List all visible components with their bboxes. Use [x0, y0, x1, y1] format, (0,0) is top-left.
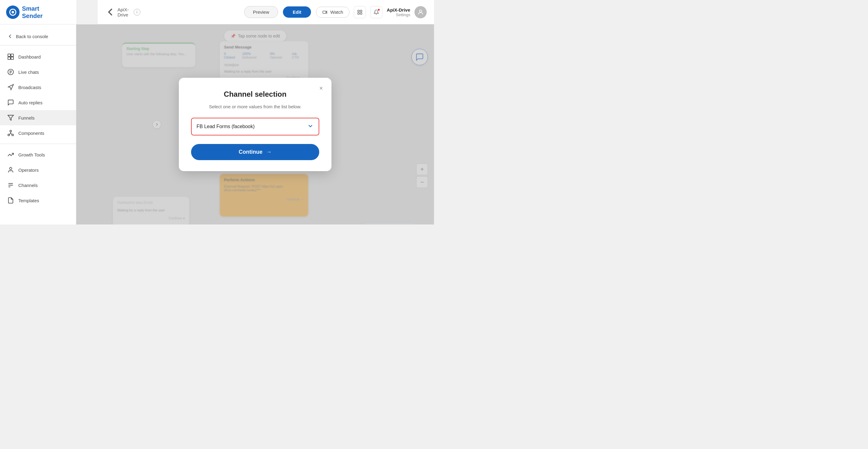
svg-rect-9 [8, 54, 10, 57]
channel-select-value: FB Lead Forms (facebook) [196, 124, 254, 129]
avatar-icon [417, 9, 424, 15]
sidebar-item-components[interactable]: Components [0, 125, 76, 140]
dashboard-icon [7, 53, 14, 60]
sidebar-item-live-chats[interactable]: Live chats [0, 64, 76, 79]
svg-rect-2 [323, 11, 326, 13]
expand-icon-button[interactable] [354, 6, 366, 18]
logo-text: Smart Sender [22, 5, 43, 20]
modal-close-button[interactable]: × [316, 83, 326, 93]
modal-title: Channel selection [191, 90, 319, 98]
svg-rect-4 [358, 10, 360, 11]
editor-bar: ApiX-Drive i Preview Edit Watch ApiX-Dri… [98, 0, 434, 24]
navbar-right: Watch ApiX-Drive Settings [316, 6, 427, 18]
chevron-down-icon [307, 123, 314, 131]
watch-button[interactable]: Watch [316, 7, 349, 18]
sidebar-item-broadcasts[interactable]: Broadcasts [0, 79, 76, 95]
sidebar-item-growth-tools[interactable]: Growth Tools [0, 147, 76, 162]
funnel-name: ApiX-Drive [118, 7, 129, 18]
channel-select[interactable]: FB Lead Forms (facebook) [191, 118, 319, 135]
svg-rect-5 [361, 10, 362, 11]
sidebar-item-operators[interactable]: Operators [0, 162, 76, 178]
back-to-console[interactable]: Back to console [0, 31, 76, 45]
svg-point-8 [420, 10, 422, 12]
svg-point-17 [9, 167, 11, 169]
channel-selection-modal: × Channel selection Select one or more v… [179, 78, 332, 171]
svg-rect-7 [361, 12, 362, 14]
svg-point-1 [11, 11, 14, 13]
svg-rect-10 [11, 54, 13, 57]
auto-reply-icon [7, 99, 14, 106]
sidebar-item-funnels[interactable]: Funnels [0, 110, 76, 125]
channels-icon [7, 182, 14, 189]
sidebar-item-templates[interactable]: Templates [0, 193, 76, 208]
operator-icon [7, 166, 14, 173]
notification-dot [377, 8, 380, 11]
video-icon [322, 9, 328, 15]
back-to-funnels[interactable]: ApiX-Drive [105, 7, 129, 18]
broadcast-icon [7, 84, 14, 91]
templates-icon [7, 197, 14, 204]
preview-button[interactable]: Preview [244, 6, 278, 18]
svg-point-16 [12, 134, 13, 136]
funnels-icon [7, 115, 14, 121]
notifications-button[interactable] [370, 6, 382, 18]
growth-icon [7, 151, 14, 158]
sidebar: Back to console Dashboard Live chats Bro… [0, 24, 76, 224]
components-icon [7, 130, 14, 136]
sidebar-item-channels[interactable]: Channels [0, 178, 76, 193]
svg-rect-11 [8, 57, 10, 60]
svg-marker-3 [326, 11, 327, 13]
user-avatar[interactable] [414, 6, 427, 18]
logo-icon [6, 5, 20, 19]
expand-icon [357, 9, 363, 15]
edit-button[interactable]: Edit [283, 6, 311, 18]
svg-rect-6 [358, 12, 360, 14]
canvas-area: 📌 Tap some node to edit Starting Step Us… [76, 24, 434, 224]
modal-subtitle: Select one or more values from the list … [191, 104, 319, 109]
info-button[interactable]: i [134, 9, 141, 15]
user-info: ApiX-Drive Settings [387, 7, 410, 17]
app-logo: Smart Sender [6, 5, 43, 20]
continue-button[interactable]: Continue → [191, 144, 319, 160]
sidebar-item-auto-replies[interactable]: Auto replies [0, 95, 76, 110]
back-arrow-icon [7, 34, 13, 39]
svg-point-14 [10, 130, 11, 132]
svg-rect-12 [11, 57, 13, 60]
chat-icon [7, 69, 14, 75]
sidebar-item-dashboard[interactable]: Dashboard [0, 49, 76, 64]
